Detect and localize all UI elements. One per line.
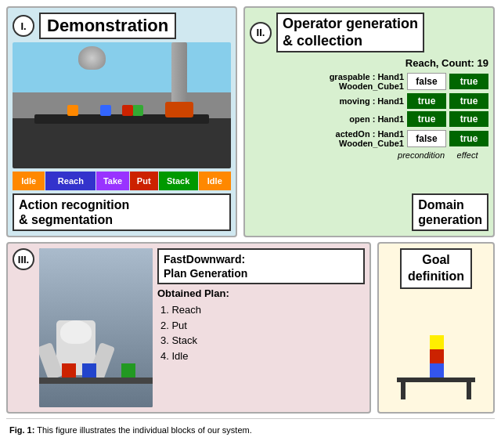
op-actedon-precondition: false — [407, 130, 446, 147]
svg-rect-3 — [430, 363, 444, 378]
plan-title-box: FastDownward: Plan Generation — [157, 248, 365, 284]
cube-orange — [67, 105, 78, 116]
domain-generation-box: Domain generation — [412, 193, 488, 231]
action-stack: Stack — [159, 172, 198, 190]
goal-scene-svg — [389, 323, 483, 401]
plan-title-line2: Plan Generation — [164, 266, 359, 280]
goal-title-line2: definition — [408, 269, 464, 285]
domain-gen-line2: generation — [418, 212, 482, 227]
panel-operator: II. Operator generation & collection Rea… — [243, 6, 495, 237]
op-row-actedon: actedOn : Hand1Wooden_Cube1 false true — [250, 129, 488, 148]
roman-numeral-ii: II. — [250, 22, 272, 44]
plan-robot-image — [39, 248, 153, 407]
plan-step-2: 2. Put — [160, 318, 365, 334]
action-rec-line2: & segmentation — [19, 212, 225, 227]
svg-rect-2 — [467, 382, 471, 399]
floor-cube-red — [62, 363, 76, 378]
main-container: I. Demonstration Idle Reach Take — [0, 0, 501, 448]
action-take: Take — [96, 172, 128, 190]
op-moving-effect: true — [449, 93, 488, 109]
op-col-headers: precondition effect — [250, 150, 488, 160]
caption-fig-label: Fig. 1: — [9, 425, 34, 435]
robot-hand — [165, 102, 193, 117]
domain-gen-line1: Domain — [418, 197, 482, 212]
demo-scene-image — [13, 42, 231, 168]
svg-rect-0 — [397, 378, 475, 382]
op-row-open: open : Hand1 true true — [250, 111, 488, 127]
plan-obtained-label: Obtained Plan: — [157, 287, 365, 299]
action-rec-line1: Action recognition — [19, 197, 225, 212]
plan-content: FastDownward: Plan Generation Obtained P… — [157, 248, 365, 407]
action-reach: Reach — [45, 172, 96, 190]
goal-scene — [384, 294, 488, 407]
floor-cube-green — [121, 363, 135, 378]
panel-plan: III. FastDownward: — [6, 242, 371, 414]
floor-cube-blue — [82, 363, 96, 378]
svg-rect-5 — [430, 335, 444, 349]
plan-steps-list: 1. Reach 2. Put 3. Stack 4. Idle — [157, 302, 365, 363]
panel-ii-title-row: II. Operator generation & collection — [250, 13, 488, 52]
op-header-precondition: precondition — [398, 150, 445, 160]
svg-rect-1 — [401, 382, 405, 399]
robot-floor — [39, 378, 153, 384]
robot-arm — [171, 42, 187, 117]
op-label-actedon: actedOn : Hand1Wooden_Cube1 — [250, 129, 404, 148]
roman-numeral-iii: III. — [13, 248, 34, 270]
plan-title-line1: FastDownward: — [164, 252, 359, 266]
action-idle2: Idle — [199, 172, 231, 190]
demonstration-title: Demonstration — [39, 13, 176, 39]
plan-step-4: 4. Idle — [160, 349, 365, 364]
panel-i-title-row: I. Demonstration — [13, 13, 231, 39]
caption-body: This figure illustrates the individual b… — [37, 425, 252, 435]
goal-title-box: Goal definition — [400, 248, 472, 289]
goal-title-line1: Goal — [408, 252, 464, 269]
action-recognition-box: Action recognition & segmentation — [13, 193, 231, 231]
action-idle1: Idle — [13, 172, 45, 190]
op-moving-precondition: true — [407, 93, 446, 109]
plan-step-1: 1. Reach — [160, 302, 365, 318]
caption-text: Fig. 1: This figure illustrates the indi… — [9, 425, 252, 435]
operator-title: Operator generation & collection — [276, 13, 424, 52]
robot-scene — [39, 248, 153, 407]
op-label-open: open : Hand1 — [250, 114, 404, 124]
op-row-graspable: graspable : Hand1Wooden_Cube1 false true — [250, 72, 488, 91]
svg-rect-4 — [430, 349, 444, 363]
operator-table: graspable : Hand1Wooden_Cube1 false true… — [250, 72, 488, 190]
plan-step-3: 3. Stack — [160, 333, 365, 349]
panel-goal: Goal definition — [377, 242, 495, 414]
operator-title-line1: Operator generation — [283, 16, 418, 31]
op-graspable-precondition: false — [407, 73, 446, 90]
op-graspable-effect: true — [449, 74, 488, 89]
hanging-object — [78, 46, 106, 70]
robot-arm-left — [39, 342, 63, 381]
action-bar: Idle Reach Take Put Stack Idle — [13, 172, 231, 190]
top-row: I. Demonstration Idle Reach Take — [6, 6, 495, 237]
action-put: Put — [130, 172, 158, 190]
op-open-effect: true — [449, 111, 488, 127]
op-header-effect: effect — [448, 150, 487, 160]
panel-demonstration: I. Demonstration Idle Reach Take — [6, 6, 237, 237]
bottom-row: III. FastDownward: — [6, 242, 495, 414]
cube-green — [132, 105, 143, 116]
caption-row: Fig. 1: This figure illustrates the indi… — [6, 418, 495, 442]
robot-head — [60, 320, 92, 344]
roman-numeral-i: I. — [13, 15, 34, 37]
cube-blue — [100, 105, 111, 116]
op-label-graspable: graspable : Hand1Wooden_Cube1 — [250, 72, 404, 91]
cube-red — [122, 105, 133, 116]
op-open-precondition: true — [407, 111, 446, 127]
reach-count: Reach, Count: 19 — [250, 57, 488, 69]
op-label-moving: moving : Hand1 — [250, 96, 404, 106]
op-actedon-effect: true — [449, 131, 488, 146]
operator-title-line2: & collection — [283, 33, 362, 49]
op-row-moving: moving : Hand1 true true — [250, 93, 488, 109]
